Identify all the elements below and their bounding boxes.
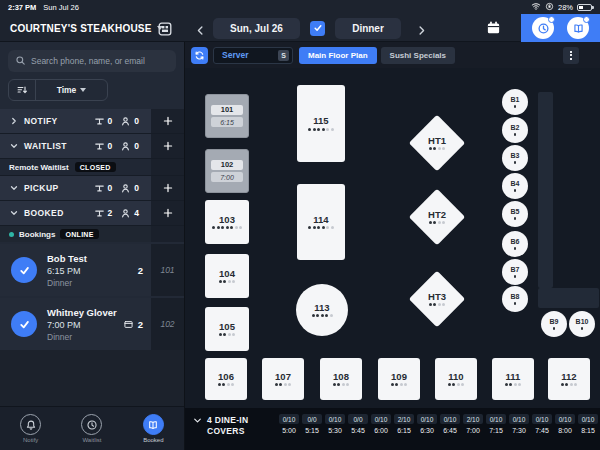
slot-count[interactable]: 0/10 bbox=[440, 414, 460, 424]
table-106[interactable]: 106 bbox=[205, 358, 247, 400]
booking-confirmed-icon[interactable] bbox=[11, 311, 37, 337]
slot-count[interactable]: 0/0 bbox=[302, 414, 322, 424]
table-114[interactable]: 114 bbox=[297, 184, 345, 260]
person-icon bbox=[120, 208, 131, 219]
table-111[interactable]: 111 bbox=[492, 358, 534, 400]
sort-by-button[interactable]: Time bbox=[36, 80, 107, 100]
meal-button[interactable]: Dinner bbox=[335, 18, 401, 39]
server-filter-button[interactable]: Server S bbox=[213, 47, 293, 64]
seat-dots-icon bbox=[429, 221, 446, 224]
refresh-button[interactable] bbox=[191, 47, 208, 64]
sidebar-tab-waitlist[interactable]: Waitlist bbox=[61, 407, 122, 450]
covers-bar: 4 DINE-IN COVERS 0/105:000/05:150/105:30… bbox=[185, 408, 600, 450]
slot-count[interactable]: 0/10 bbox=[371, 414, 391, 424]
seat-dots-icon bbox=[333, 383, 350, 386]
cover-slot-5:45: 0/05:45 bbox=[348, 414, 368, 434]
section-pickup[interactable]: PICKUP00 bbox=[0, 176, 151, 200]
table-113[interactable]: 113 bbox=[296, 284, 348, 336]
covers-summary[interactable]: 4 DINE-IN COVERS bbox=[193, 415, 265, 436]
booking-row[interactable]: Bob Test6:15 PMDinner2101 bbox=[0, 244, 184, 296]
table-HT2[interactable]: HT2 bbox=[409, 189, 465, 245]
search-icon bbox=[15, 52, 26, 70]
previous-day-button[interactable] bbox=[195, 22, 206, 40]
cover-slot-7:15: 0/107:15 bbox=[486, 414, 506, 434]
cover-slot-8:00: 0/108:00 bbox=[555, 414, 575, 434]
table-105[interactable]: 105 bbox=[205, 307, 249, 351]
meal-checkbox[interactable] bbox=[310, 21, 325, 36]
floor-tab-sushi-specials[interactable]: Sushi Specials bbox=[381, 47, 455, 64]
table-B9[interactable]: B9 bbox=[541, 311, 567, 337]
waitlist-quick-button[interactable] bbox=[532, 17, 554, 39]
table-label: 109 bbox=[391, 372, 407, 382]
slot-time: 7:30 bbox=[512, 427, 526, 434]
table-HT1[interactable]: HT1 bbox=[409, 115, 465, 171]
section-waitlist[interactable]: WAITLIST00 bbox=[0, 134, 151, 158]
overflow-menu-button[interactable] bbox=[563, 47, 579, 64]
table-B8[interactable]: B8 bbox=[502, 286, 528, 312]
slot-time: 6:45 bbox=[443, 427, 457, 434]
table-108[interactable]: 108 bbox=[320, 358, 362, 400]
add-waitlist-button[interactable] bbox=[151, 134, 184, 158]
booked-quick-button[interactable] bbox=[567, 17, 589, 39]
booking-confirmed-icon[interactable] bbox=[11, 257, 37, 283]
section-booked[interactable]: BOOKED24 bbox=[0, 201, 151, 225]
table-B3[interactable]: B3 bbox=[502, 145, 528, 171]
search-box[interactable] bbox=[8, 50, 176, 72]
table-B6[interactable]: B6 bbox=[502, 231, 528, 257]
add-pickup-button[interactable] bbox=[151, 176, 184, 200]
table-B7[interactable]: B7 bbox=[502, 259, 528, 285]
floorplan-view-button[interactable] bbox=[156, 20, 173, 37]
slot-count[interactable]: 0/10 bbox=[486, 414, 506, 424]
sort-order-button[interactable] bbox=[9, 80, 36, 100]
orientation-lock-icon bbox=[545, 2, 554, 13]
slot-time: 8:15 bbox=[581, 427, 595, 434]
table-B5[interactable]: B5 bbox=[502, 201, 528, 227]
venue-selector[interactable]: COURTNEY'S STEAKHOUSE bbox=[10, 14, 163, 42]
slot-count[interactable]: 0/10 bbox=[509, 414, 529, 424]
section-label: NOTIFY bbox=[24, 116, 58, 126]
table-112[interactable]: 112 bbox=[548, 358, 590, 400]
floor-tab-main-floor-plan[interactable]: Main Floor Plan bbox=[299, 47, 377, 64]
table-104[interactable]: 104 bbox=[205, 254, 249, 298]
slot-count[interactable]: 2/10 bbox=[394, 414, 414, 424]
slot-count[interactable]: 0/10 bbox=[532, 414, 552, 424]
next-day-button[interactable] bbox=[416, 22, 427, 40]
table-B4[interactable]: B4 bbox=[502, 173, 528, 199]
slot-time: 7:00 bbox=[466, 427, 480, 434]
plus-icon bbox=[162, 207, 174, 219]
section-notify[interactable]: NOTIFY00 bbox=[0, 109, 151, 133]
cover-slot-5:00: 0/105:00 bbox=[279, 414, 299, 434]
slot-count[interactable]: 0/0 bbox=[348, 414, 368, 424]
table-102[interactable]: 1027:00 bbox=[205, 149, 249, 193]
table-label: 108 bbox=[333, 372, 349, 382]
table-115[interactable]: 115 bbox=[297, 85, 345, 162]
table-103[interactable]: 103 bbox=[205, 200, 249, 244]
slot-count[interactable]: 0/10 bbox=[417, 414, 437, 424]
table-B2[interactable]: B2 bbox=[502, 117, 528, 143]
calendar-icon[interactable] bbox=[486, 20, 501, 39]
slot-count[interactable]: 2/10 bbox=[463, 414, 483, 424]
add-booked-button[interactable] bbox=[151, 201, 184, 225]
table-B10[interactable]: B10 bbox=[569, 311, 595, 337]
table-label: 103 bbox=[219, 215, 235, 225]
slot-count[interactable]: 0/10 bbox=[325, 414, 345, 424]
slot-count[interactable]: 0/10 bbox=[578, 414, 598, 424]
table-107[interactable]: 107 bbox=[262, 358, 304, 400]
table-HT3[interactable]: HT3 bbox=[409, 271, 465, 327]
table-101[interactable]: 1016:15 bbox=[205, 94, 249, 138]
booking-row[interactable]: Whitney Glover7:00 PMDinner2102 bbox=[0, 298, 184, 350]
search-input[interactable] bbox=[31, 56, 169, 66]
table-B1[interactable]: B1 bbox=[502, 89, 528, 115]
sidebar-tab-notify[interactable]: Notify bbox=[0, 407, 61, 450]
seat-dots-icon bbox=[312, 314, 333, 317]
date-button[interactable]: Sun, Jul 26 bbox=[213, 18, 300, 39]
slot-count[interactable]: 0/10 bbox=[279, 414, 299, 424]
add-notify-button[interactable] bbox=[151, 109, 184, 133]
remote-waitlist-status-badge[interactable]: CLOSED bbox=[75, 162, 116, 172]
table-109[interactable]: 109 bbox=[378, 358, 420, 400]
table-110[interactable]: 110 bbox=[435, 358, 477, 400]
sidebar-tab-booked[interactable]: Booked bbox=[123, 407, 184, 450]
slot-count[interactable]: 0/10 bbox=[555, 414, 575, 424]
floor-toolbar: Server S Main Floor PlanSushi Specials bbox=[185, 42, 600, 68]
table-label: 111 bbox=[506, 372, 521, 382]
